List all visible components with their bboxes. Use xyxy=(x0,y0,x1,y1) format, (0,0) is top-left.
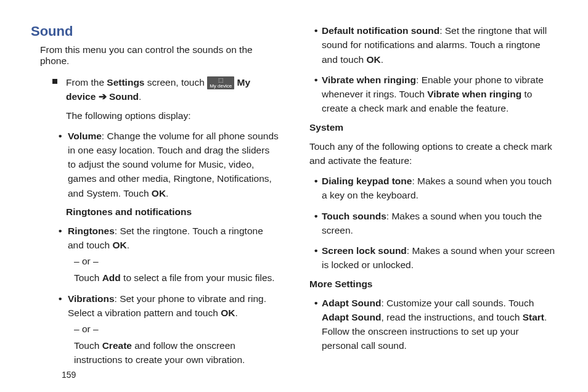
section-heading: Sound xyxy=(31,23,279,39)
ok-label: OK xyxy=(152,188,166,198)
screen-lock-label: Screen lock sound xyxy=(322,245,407,256)
start-label: Start xyxy=(523,312,544,322)
adapt-sound-label: Adapt Sound xyxy=(322,298,381,308)
or-divider: – or – xyxy=(74,256,279,267)
intro-text: From this menu you can control the sound… xyxy=(40,44,279,67)
vibrations-item: Vibrations: Set your phone to vibrate an… xyxy=(66,292,279,321)
text: . xyxy=(139,91,141,102)
text: to select a file from your music files. xyxy=(121,272,275,283)
settings-label: Settings xyxy=(107,77,144,88)
dialing-label: Dialing keypad tone xyxy=(322,176,412,186)
right-column: Default notification sound: Set the ring… xyxy=(309,23,557,374)
ringtones-label: Ringtones xyxy=(68,226,115,236)
arrow-icon: ➔ xyxy=(99,91,107,102)
system-intro: Touch any of the following options to cr… xyxy=(309,139,557,168)
touch-sounds-label: Touch sounds xyxy=(322,211,386,221)
default-notification-item: Default notification sound: Set the ring… xyxy=(316,23,557,67)
adapt-sound-item: Adapt Sound: Customize your call sounds.… xyxy=(316,296,557,353)
text: : Customize your call sounds. Touch xyxy=(381,298,534,308)
text: screen, touch xyxy=(144,77,207,88)
volume-label: Volume xyxy=(68,131,102,141)
instruction-step: From the Settings screen, touch ⬚My devi… xyxy=(52,75,279,104)
screen-lock-item: Screen lock sound: Makes a sound when yo… xyxy=(316,243,557,272)
text: , read the instructions, and touch xyxy=(381,312,522,322)
or-divider: – or – xyxy=(74,324,279,335)
system-heading: System xyxy=(309,122,557,133)
options-intro: The following options display: xyxy=(66,110,279,121)
ringtones-item: Ringtones: Set the ringtone. Touch a rin… xyxy=(66,224,279,253)
volume-item: Volume: Change the volume for all phone … xyxy=(66,129,279,200)
dialing-keypad-item: Dialing keypad tone: Makes a sound when … xyxy=(316,174,557,203)
sound-label: Sound xyxy=(109,91,139,102)
text: Touch xyxy=(74,340,102,351)
vibrate-when-ringing-item: Vibrate when ringing: Enable your phone … xyxy=(316,73,557,116)
vibrate-ringing-label: Vibrate when ringing xyxy=(322,75,416,85)
text: . xyxy=(235,308,237,318)
ok-label: OK xyxy=(221,308,235,318)
my-device-icon: ⬚My device xyxy=(207,76,234,89)
adapt-sound-bold: Adapt Sound xyxy=(322,312,381,322)
ringtones-heading: Ringtones and notifications xyxy=(66,206,279,218)
text: . xyxy=(381,54,383,65)
left-column: Sound From this menu you can control the… xyxy=(31,23,279,374)
text: . xyxy=(166,188,168,198)
more-settings-heading: More Settings xyxy=(309,279,557,290)
square-bullet-icon xyxy=(52,79,57,84)
touch-sounds-item: Touch sounds: Makes a sound when you tou… xyxy=(316,209,557,238)
add-label: Add xyxy=(102,272,121,283)
create-label: Create xyxy=(102,340,132,351)
ok-label: OK xyxy=(366,54,380,65)
ok-label: OK xyxy=(112,240,126,250)
vibrations-alt: Touch Create and follow the onscreen ins… xyxy=(74,338,279,367)
vibrate-ringing-bold: Vibrate when ringing xyxy=(427,89,521,99)
step-text: From the Settings screen, touch ⬚My devi… xyxy=(66,75,279,104)
ringtones-alt: Touch Add to select a file from your mus… xyxy=(74,271,279,285)
icon-caption: My device xyxy=(210,83,232,89)
text: From the xyxy=(66,77,107,88)
text: . xyxy=(127,240,129,250)
default-notification-label: Default notification sound xyxy=(322,25,439,36)
vibrations-label: Vibrations xyxy=(68,293,115,304)
text: Touch xyxy=(74,272,102,283)
page-number: 159 xyxy=(62,370,76,380)
page-columns: Sound From this menu you can control the… xyxy=(31,23,557,374)
